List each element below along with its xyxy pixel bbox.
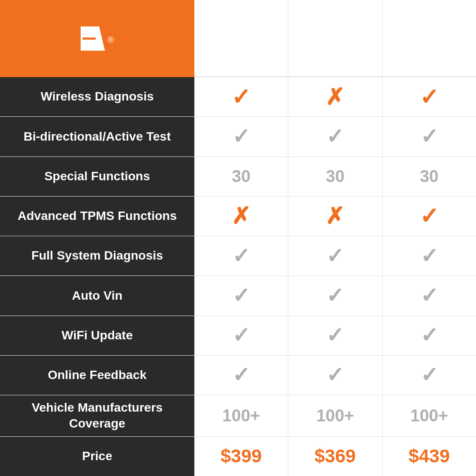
feature-cell: Online Feedback bbox=[0, 356, 194, 395]
feature-cell: WiFi Update bbox=[0, 316, 194, 355]
value-cell-col2: 30 bbox=[288, 157, 382, 196]
feature-label: Special Functions bbox=[45, 168, 150, 184]
feature-label: Vehicle Manufacturers Coverage bbox=[11, 400, 184, 432]
cross-orange-icon: ✗ bbox=[325, 86, 345, 108]
check-gray-icon: ✓ bbox=[326, 245, 344, 267]
feature-value: 30 bbox=[420, 168, 439, 185]
check-gray-icon: ✓ bbox=[326, 285, 344, 306]
feature-label: Online Feedback bbox=[48, 367, 146, 383]
value-cell-col2: ✓ bbox=[288, 276, 382, 315]
value-cell-col3: ✓ bbox=[383, 236, 476, 275]
price-value: $369 bbox=[315, 447, 356, 465]
fox-icon bbox=[81, 26, 105, 51]
feature-label: Bi-directional/Active Test bbox=[23, 129, 171, 145]
feature-cell: Price bbox=[0, 437, 194, 476]
value-cell-col2: 100+ bbox=[288, 395, 382, 436]
value-cell-col2: $369 bbox=[288, 437, 382, 476]
registered-mark: ® bbox=[108, 35, 114, 45]
value-cell-col3: ✓ bbox=[383, 356, 476, 395]
check-orange-icon: ✓ bbox=[420, 86, 439, 108]
feature-value: 100+ bbox=[222, 407, 260, 424]
check-gray-icon: ✓ bbox=[420, 126, 438, 147]
table-row: WiFi Update ✓ ✓ ✓ bbox=[0, 316, 476, 356]
value-cell-col3: 100+ bbox=[383, 395, 476, 436]
value-cell-col1: $399 bbox=[194, 437, 288, 476]
cross-orange-icon: ✗ bbox=[231, 205, 251, 227]
check-gray-icon: ✓ bbox=[420, 285, 438, 306]
table-row: Auto Vin ✓ ✓ ✓ bbox=[0, 276, 476, 316]
value-cell-col1: ✓ bbox=[194, 236, 288, 275]
check-gray-icon: ✓ bbox=[232, 285, 250, 306]
value-cell-col3: ✓ bbox=[383, 77, 476, 116]
price-value: $399 bbox=[220, 447, 261, 465]
feature-cell: Full System Diagnosis bbox=[0, 236, 194, 275]
value-cell-col1: ✓ bbox=[194, 356, 288, 395]
feature-cell: Special Functions bbox=[0, 157, 194, 196]
feature-cell: Auto Vin bbox=[0, 276, 194, 315]
check-orange-icon: ✓ bbox=[231, 86, 251, 108]
feature-cell: Wireless Diagnosis bbox=[0, 77, 194, 116]
check-gray-icon: ✓ bbox=[420, 325, 438, 346]
value-cell-col1: ✓ bbox=[194, 77, 288, 116]
header-row: ® bbox=[0, 0, 476, 77]
feature-value: 30 bbox=[326, 168, 344, 185]
feature-cell: Vehicle Manufacturers Coverage bbox=[0, 395, 194, 436]
value-cell-col2: ✓ bbox=[288, 356, 382, 395]
value-cell-col3: $439 bbox=[383, 437, 476, 476]
table-row: Vehicle Manufacturers Coverage 100+ 100+… bbox=[0, 395, 476, 437]
check-gray-icon: ✓ bbox=[420, 245, 438, 267]
product-header-nt809 bbox=[288, 0, 382, 77]
table-row: Wireless Diagnosis ✓ ✗ ✓ bbox=[0, 77, 476, 117]
logo-cell: ® bbox=[0, 0, 194, 77]
feature-label: Full System Diagnosis bbox=[31, 248, 163, 264]
feature-cell: Bi-directional/Active Test bbox=[0, 117, 194, 156]
product-header-nt809bt bbox=[194, 0, 288, 77]
svg-rect-1 bbox=[82, 37, 96, 40]
check-gray-icon: ✓ bbox=[232, 364, 250, 386]
value-cell-col1: ✗ bbox=[194, 197, 288, 236]
foxwell-logo: ® bbox=[81, 26, 114, 51]
check-gray-icon: ✓ bbox=[420, 364, 438, 386]
feature-label: Auto Vin bbox=[72, 288, 123, 304]
value-cell-col2: ✗ bbox=[288, 197, 382, 236]
feature-rows: Wireless Diagnosis ✓ ✗ ✓ Bi-directional/… bbox=[0, 77, 476, 476]
table-row: Price $399 $369 $439 bbox=[0, 437, 476, 476]
value-cell-col2: ✓ bbox=[288, 117, 382, 156]
product-header-nt809ts bbox=[383, 0, 476, 77]
check-gray-icon: ✓ bbox=[232, 126, 250, 147]
price-value: $439 bbox=[409, 447, 450, 465]
check-gray-icon: ✓ bbox=[326, 126, 344, 147]
value-cell-col2: ✗ bbox=[288, 77, 382, 116]
value-cell-col3: ✓ bbox=[383, 276, 476, 315]
value-cell-col1: ✓ bbox=[194, 117, 288, 156]
value-cell-col1: ✓ bbox=[194, 276, 288, 315]
check-orange-icon: ✓ bbox=[420, 205, 439, 227]
value-cell-col3: 30 bbox=[383, 157, 476, 196]
comparison-table: ® Wireless Diagnosis ✓ ✗ ✓ Bi-directiona… bbox=[0, 0, 476, 476]
feature-label: WiFi Update bbox=[62, 327, 133, 343]
value-cell-col1: 100+ bbox=[194, 395, 288, 436]
check-gray-icon: ✓ bbox=[326, 325, 344, 346]
table-row: Advanced TPMS Functions ✗ ✗ ✓ bbox=[0, 197, 476, 236]
check-gray-icon: ✓ bbox=[326, 364, 344, 386]
feature-value: 100+ bbox=[410, 407, 448, 424]
table-row: Special Functions 30 30 30 bbox=[0, 157, 476, 197]
cross-orange-icon: ✗ bbox=[325, 205, 345, 227]
check-gray-icon: ✓ bbox=[232, 245, 250, 267]
value-cell-col1: 30 bbox=[194, 157, 288, 196]
value-cell-col3: ✓ bbox=[383, 316, 476, 355]
feature-label: Price bbox=[82, 448, 112, 464]
table-row: Full System Diagnosis ✓ ✓ ✓ bbox=[0, 236, 476, 276]
value-cell-col3: ✓ bbox=[383, 117, 476, 156]
feature-cell: Advanced TPMS Functions bbox=[0, 197, 194, 236]
value-cell-col1: ✓ bbox=[194, 316, 288, 355]
value-cell-col3: ✓ bbox=[383, 197, 476, 236]
feature-value: 100+ bbox=[316, 407, 354, 424]
table-row: Online Feedback ✓ ✓ ✓ bbox=[0, 356, 476, 395]
feature-label: Advanced TPMS Functions bbox=[18, 208, 177, 224]
value-cell-col2: ✓ bbox=[288, 236, 382, 275]
check-gray-icon: ✓ bbox=[232, 325, 250, 346]
table-row: Bi-directional/Active Test ✓ ✓ ✓ bbox=[0, 117, 476, 156]
feature-value: 30 bbox=[232, 168, 250, 185]
value-cell-col2: ✓ bbox=[288, 316, 382, 355]
